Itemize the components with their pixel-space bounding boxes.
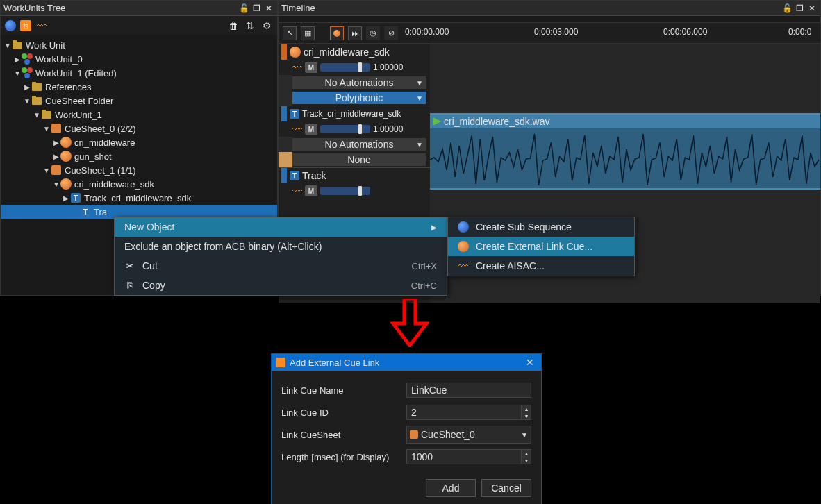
timeline-panel-header: Timeline 🔓 ❐ ✕ <box>279 1 820 16</box>
add-external-cue-link-dialog: Add External Cue Link ✕ Link Cue Name Li… <box>271 353 542 504</box>
add-button[interactable]: Add <box>426 479 476 497</box>
waveform-icon <box>430 128 820 191</box>
tree-view[interactable]: ▼Work Unit ▶WorkUnit_0 ▼WorkUnit_1 (Edit… <box>1 35 277 221</box>
curve-icon[interactable]: 〰 <box>292 62 302 73</box>
dialog-titlebar[interactable]: Add External Cue Link ✕ <box>272 354 541 371</box>
curve-icon[interactable]: 〰 <box>292 185 302 196</box>
unlock-icon[interactable]: 🔓 <box>781 3 793 14</box>
tree-refs[interactable]: ▶References <box>1 80 277 94</box>
skip-icon[interactable]: ⏭ <box>348 26 362 40</box>
track-block-2[interactable]: TTrack_cri_middleware_sdk 〰M1.00000 No A… <box>279 106 430 167</box>
track-block-3[interactable]: TTrack 〰M <box>279 167 430 199</box>
link-cue-name-input[interactable]: LinkCue <box>406 383 531 398</box>
volume-slider[interactable] <box>320 125 370 133</box>
tree-cs0[interactable]: ▼CueSheet_0 (2/2) <box>1 121 277 135</box>
spin-down-icon: ▼ <box>522 412 531 419</box>
trash-icon[interactable]: 🗑 <box>227 19 240 32</box>
pointer-tool-icon[interactable]: ↖ <box>283 26 297 40</box>
record-icon[interactable] <box>330 26 344 40</box>
timeline-ruler[interactable]: 0:00:00.000 0:00:03.000 0:00:06.000 0:00… <box>402 23 816 43</box>
track-T-icon: T <box>290 171 299 180</box>
track-T-icon: T <box>290 109 299 119</box>
link-cue-name-label: Link Cue Name <box>281 385 406 396</box>
id-spinbox[interactable]: ▲▼ <box>522 405 531 420</box>
sort-icon[interactable]: ⇅ <box>244 19 256 32</box>
tree-gun[interactable]: ▶gun_shot <box>1 149 277 163</box>
tree-wu0[interactable]: ▶WorkUnit_0 <box>1 52 277 66</box>
ruler-tick: 0:00:00.000 <box>405 27 449 37</box>
spin-up-icon: ▲ <box>522 405 531 412</box>
audio-clip[interactable]: cri_middleware_sdk.wav <box>430 113 820 190</box>
play-icon <box>433 117 441 126</box>
tree-root[interactable]: ▼Work Unit <box>1 38 277 52</box>
clip-name: cri_middleware_sdk.wav <box>444 116 550 127</box>
gear-icon[interactable]: ⚙ <box>260 19 273 32</box>
length-label: Length [msec] (for Display) <box>281 452 406 462</box>
timeline-strip <box>279 16 820 23</box>
menu-exclude[interactable]: Exclude an object from ACB binary (Alt+C… <box>115 237 447 256</box>
unlock-icon[interactable]: 🔓 <box>238 3 249 14</box>
link-cuesheet-label: Link CueSheet <box>281 430 406 440</box>
curve-icon[interactable]: 〰 <box>292 124 302 135</box>
spin-down-icon: ▼ <box>522 457 531 464</box>
app-logo-icon <box>276 358 285 367</box>
automation-dropdown[interactable]: No Automations▼ <box>292 76 426 89</box>
link-cue-id-input[interactable]: 2 <box>406 405 522 420</box>
close-icon[interactable]: ✕ <box>523 357 537 368</box>
tree-cs1[interactable]: ▼CueSheet_1 (1/1) <box>1 163 277 177</box>
menu-new-object[interactable]: New Object▶ <box>115 217 447 237</box>
length-input[interactable]: 1000 <box>406 449 522 464</box>
volume-value: 1.00000 <box>373 124 403 134</box>
explainer-arrow-icon <box>390 299 429 347</box>
window-icon[interactable]: ❐ <box>794 3 805 14</box>
curve-icon[interactable]: 〰 <box>35 19 48 32</box>
menu-create-aisac[interactable]: 〰Create AISAC... <box>448 256 634 276</box>
tree-trackcri[interactable]: ▶TTrack_cri_middleware_sdk <box>1 191 277 205</box>
timeline-panel-title: Timeline <box>281 3 781 13</box>
scissors-icon: ✂ <box>124 260 135 271</box>
link-cuesheet-select[interactable]: CueSheet_0 ▼ <box>406 426 531 444</box>
ruler-tick: 0:00:03.000 <box>534 27 578 37</box>
clock-icon[interactable]: ◷ <box>366 26 380 40</box>
cancel-button[interactable]: Cancel <box>481 479 531 497</box>
length-spinbox[interactable]: ▲▼ <box>522 449 531 464</box>
select-tool-icon[interactable]: ▦ <box>301 26 315 40</box>
link-icon[interactable]: ⊘ <box>384 26 398 40</box>
link-cue-id-label: Link Cue ID <box>281 408 406 418</box>
tree-wu1b[interactable]: ▼WorkUnit_1 <box>1 108 277 121</box>
chevron-down-icon: ▼ <box>521 431 528 439</box>
window-icon[interactable]: ❐ <box>251 3 262 14</box>
ruler-tick: 0:00:0 <box>788 27 811 37</box>
volume-value: 1.00000 <box>373 62 403 72</box>
mute-button[interactable]: M <box>305 185 317 196</box>
submenu-new-object: Create Sub Sequence Create External Link… <box>447 217 635 276</box>
track-block-1[interactable]: cri_middleware_sdk 〰M1.00000 No Automati… <box>279 44 430 106</box>
mute-button[interactable]: M <box>305 62 317 73</box>
menu-cut[interactable]: ✂CutCtrl+X <box>115 256 447 276</box>
blue-sphere-icon[interactable] <box>5 20 16 31</box>
volume-slider[interactable] <box>320 187 370 195</box>
orange-doc-icon[interactable]: ⎘ <box>20 20 31 31</box>
cue-sphere-icon <box>290 47 301 58</box>
menu-create-subsequence[interactable]: Create Sub Sequence <box>448 217 634 237</box>
volume-slider[interactable] <box>320 63 370 72</box>
automation-dropdown[interactable]: No Automations▼ <box>292 138 426 151</box>
tree-folder[interactable]: ▼CueSheet Folder <box>1 94 277 108</box>
tree-toolbar: ⎘ 〰 🗑 ⇅ ⚙ <box>1 16 277 35</box>
tree-panel-header: WorkUnits Tree 🔓 ❐ ✕ <box>1 1 277 16</box>
tree-crisdk[interactable]: ▼cri_middleware_sdk <box>1 177 277 191</box>
spin-up-icon: ▲ <box>522 450 531 457</box>
copy-icon: ⎘ <box>124 280 135 291</box>
menu-copy[interactable]: ⎘CopyCtrl+C <box>115 276 447 295</box>
tree-panel-title: WorkUnits Tree <box>3 3 238 13</box>
voice-limit-dropdown[interactable]: None <box>292 153 426 166</box>
close-icon[interactable]: ✕ <box>263 3 274 14</box>
mute-button[interactable]: M <box>305 124 317 135</box>
close-icon[interactable]: ✕ <box>806 3 818 14</box>
voice-mode-dropdown[interactable]: Polyphonic▼ <box>292 92 426 104</box>
dialog-title: Add External Cue Link <box>290 358 519 368</box>
menu-create-external-link[interactable]: Create External Link Cue... <box>448 237 634 256</box>
curve-icon: 〰 <box>458 260 469 271</box>
tree-wu1[interactable]: ▼WorkUnit_1 (Edited) <box>1 66 277 80</box>
tree-cri[interactable]: ▶cri_middleware <box>1 135 277 149</box>
